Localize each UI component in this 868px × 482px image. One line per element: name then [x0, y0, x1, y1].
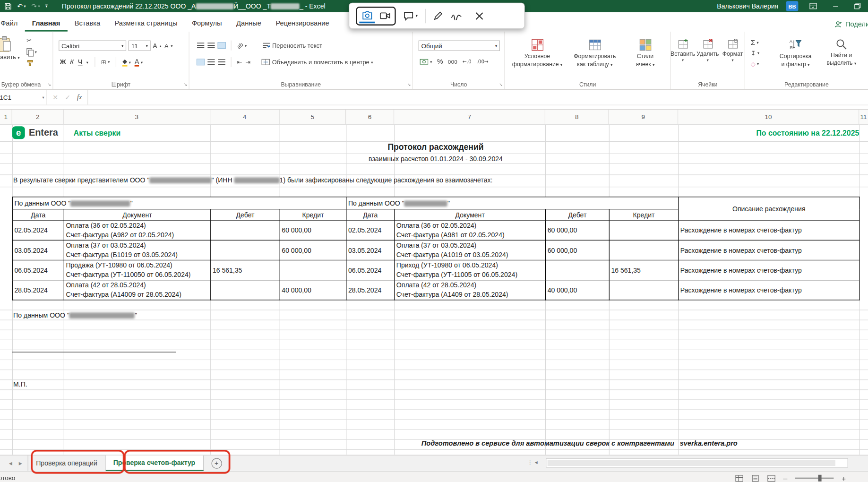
- cell[interactable]: Расхождение в номерах счетов-фактур: [679, 260, 859, 280]
- italic-button[interactable]: К: [70, 58, 74, 66]
- cancel-entry-icon[interactable]: ✕: [52, 94, 58, 101]
- align-middle-button[interactable]: [207, 43, 215, 48]
- screenshot-mode-button[interactable]: [359, 9, 375, 23]
- cell[interactable]: 06.05.2024: [346, 260, 395, 280]
- cell[interactable]: 60 000,00: [280, 240, 346, 260]
- grow-font-button[interactable]: А▲: [153, 42, 162, 50]
- ribbon-display-options-button[interactable]: [806, 0, 820, 11]
- normal-view-button[interactable]: [735, 474, 743, 482]
- cell[interactable]: Оплата (42 от 28.05.2024)Счет-фактура (А…: [64, 280, 210, 300]
- name-box[interactable]: R1C1 ▾: [0, 90, 47, 105]
- decrease-decimal-button[interactable]: .00→: [476, 59, 489, 64]
- tab-scroll-splitter[interactable]: ⋮: [527, 459, 533, 466]
- column-header-1[interactable]: 1: [0, 110, 12, 124]
- column-header-3[interactable]: 3: [64, 110, 210, 124]
- cell[interactable]: 40 000,00: [546, 280, 610, 300]
- cut-button[interactable]: ✂: [26, 37, 37, 44]
- formula-input[interactable]: [88, 90, 868, 105]
- align-right-button[interactable]: [218, 59, 225, 65]
- insert-function-button[interactable]: fx: [77, 93, 82, 102]
- sheet-tab-invoices[interactable]: Проверка счетов-фактур: [105, 456, 203, 471]
- document-title[interactable]: Протокол расхождений: [12, 142, 859, 151]
- tab-data[interactable]: Данные: [229, 15, 268, 32]
- acts-label[interactable]: Акты сверки: [74, 129, 120, 138]
- align-left-button[interactable]: [197, 59, 204, 65]
- desc-column-header[interactable]: Описание расхождения: [679, 197, 859, 220]
- cell[interactable]: [211, 240, 280, 260]
- cell[interactable]: Оплата (37 от 03.05.2024)Счет-фактура (А…: [395, 240, 546, 260]
- pen-tool-button[interactable]: [433, 10, 443, 21]
- page-layout-view-button[interactable]: [751, 474, 759, 482]
- worksheet[interactable]: e Entera Акты сверки По состоянию на 22.…: [0, 125, 868, 455]
- cell[interactable]: 28.05.2024: [346, 280, 395, 300]
- format-painter-button[interactable]: [26, 59, 37, 66]
- fill-button[interactable]: ↧▾: [751, 50, 759, 57]
- column-header-8[interactable]: 8: [545, 110, 609, 124]
- cell[interactable]: Оплата (36 от 02.05.2024)Счет-фактура (А…: [64, 220, 210, 240]
- decrease-indent-button[interactable]: ⇤: [237, 59, 242, 66]
- third-party-header[interactable]: По данным ООО "": [13, 311, 137, 319]
- document-subtitle[interactable]: взаимных расчетов 01.01.2024 - 30.09.202…: [12, 155, 859, 163]
- cell[interactable]: Расхождение в номерах счетов-фактур: [679, 220, 859, 240]
- column-header-7[interactable]: 7: [394, 110, 545, 124]
- col-header-debit[interactable]: Дебет: [211, 209, 280, 220]
- alignment-dialog-launcher[interactable]: ↘: [407, 82, 411, 87]
- col-header-debit[interactable]: Дебет: [546, 209, 610, 220]
- tab-review[interactable]: Рецензирование: [268, 15, 336, 32]
- sheet-nav-right-icon[interactable]: ▸: [19, 459, 22, 467]
- font-dialog-launcher[interactable]: ↘: [183, 82, 187, 87]
- cell[interactable]: [546, 260, 610, 280]
- cell[interactable]: Оплата (42 от 28.05.2024)Счет-фактура (А…: [395, 280, 546, 300]
- cell[interactable]: Приход (УТ-10980 от 06.05.2024)Счет-факт…: [395, 260, 546, 280]
- sheet-nav-left-icon[interactable]: ◂: [9, 459, 12, 467]
- scroll-left-icon[interactable]: ◂: [535, 459, 538, 465]
- tab-formulas[interactable]: Формулы: [185, 15, 229, 32]
- cell[interactable]: 60 000,00: [546, 220, 610, 240]
- cell[interactable]: [280, 260, 346, 280]
- column-header-9[interactable]: 9: [609, 110, 678, 124]
- wrap-text-button[interactable]: Переносить текст: [262, 42, 322, 49]
- sort-filter-button[interactable]: АЯ Сортировка и фильтр ▾: [773, 38, 818, 67]
- bold-button[interactable]: Ж: [60, 58, 66, 66]
- restore-button[interactable]: [851, 0, 865, 11]
- paste-button[interactable]: Вставить ▾: [0, 36, 21, 60]
- page-break-view-button[interactable]: [767, 474, 775, 482]
- cell[interactable]: 02.05.2024: [346, 220, 395, 240]
- cell[interactable]: Оплата (37 от 03.05.2024)Счет-фактура (Б…: [64, 240, 210, 260]
- orientation-button[interactable]: ab▾: [237, 43, 247, 49]
- tab-page-layout[interactable]: Разметка страницы: [107, 15, 184, 32]
- column-header-6[interactable]: 6: [346, 110, 394, 124]
- cell[interactable]: 16 561,35: [609, 260, 678, 280]
- cell[interactable]: [211, 280, 280, 300]
- autosum-button[interactable]: Σ▾: [751, 38, 759, 47]
- zoom-slider-thumb[interactable]: [818, 475, 822, 482]
- new-sheet-button[interactable]: +: [211, 458, 222, 468]
- increase-indent-button[interactable]: ⇥: [245, 59, 250, 66]
- footer-link[interactable]: sverka.entera.pro: [680, 439, 738, 447]
- cell[interactable]: 02.05.2024: [12, 220, 64, 240]
- cell[interactable]: 06.05.2024: [12, 260, 64, 280]
- video-record-mode-button[interactable]: [377, 9, 393, 23]
- close-capture-button[interactable]: [475, 11, 484, 20]
- cell[interactable]: 60 000,00: [280, 220, 346, 240]
- col-header-date[interactable]: Дата: [12, 209, 64, 220]
- column-header-11[interactable]: 11: [859, 110, 868, 124]
- copy-button[interactable]: ▾: [26, 48, 37, 55]
- merge-center-button[interactable]: Объединить и поместить в центре▾: [261, 59, 373, 65]
- number-dialog-launcher[interactable]: ↘: [499, 82, 503, 87]
- shrink-font-button[interactable]: А▼: [164, 43, 173, 49]
- align-top-button[interactable]: [197, 43, 204, 48]
- right-party-header[interactable]: По данным ООО "": [346, 197, 679, 209]
- avatar[interactable]: ВВ: [786, 1, 799, 11]
- col-header-credit[interactable]: Кредит: [280, 209, 346, 220]
- as-of-date[interactable]: По состоянию на 22.12.2025: [609, 129, 859, 138]
- font-color-button[interactable]: А▾: [135, 58, 143, 67]
- cell[interactable]: 03.05.2024: [12, 240, 64, 260]
- cell[interactable]: [211, 220, 280, 240]
- cell[interactable]: 60 000,00: [546, 240, 610, 260]
- accounting-format-button[interactable]: ▾: [420, 59, 432, 65]
- col-header-doc[interactable]: Документ: [64, 209, 210, 220]
- underline-button[interactable]: Ч: [78, 58, 83, 66]
- font-size-combo[interactable]: 11▾: [129, 41, 151, 51]
- footer-text[interactable]: Подготовлено в сервисе для автоматизации…: [12, 439, 674, 447]
